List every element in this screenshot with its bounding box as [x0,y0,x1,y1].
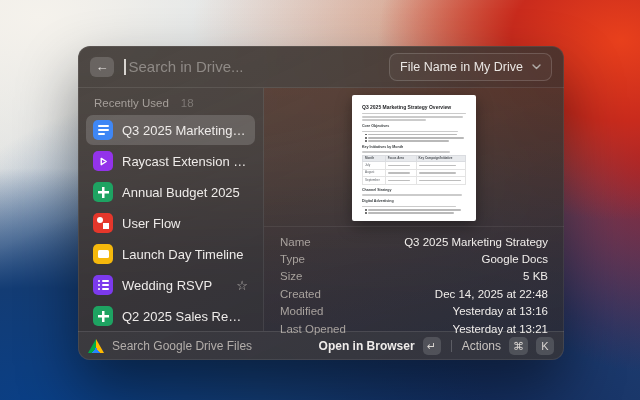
metadata-label: Type [280,253,305,265]
metadata-row: Type Google Docs [280,250,548,267]
footer-actions: Open in Browser ↵ Actions ⌘ K [319,337,554,355]
back-arrow-icon: ← [96,59,109,74]
google-sheets-icon [93,182,113,202]
google-forms-icon [93,275,113,295]
google-drive-icon [88,339,104,353]
metadata-value: 5 KB [523,270,548,282]
metadata-value: Yesterday at 13:16 [453,305,548,317]
document-thumbnail-area: Q3 2025 Marketing Strategy Overview Core… [264,88,564,226]
metadata-row: Name Q3 2025 Marketing Strategy [280,233,548,250]
preview-pane: Q3 2025 Marketing Strategy Overview Core… [264,88,564,331]
favorite-star-icon: ☆ [236,278,248,293]
metadata-label: Name [280,236,311,248]
metadata-row: Modified Yesterday at 13:16 [280,303,548,320]
list-item[interactable]: Q3 2025 Marketing Strategy [86,115,255,145]
raycast-window: ← File Name in My Drive Recently Used18 … [78,46,564,360]
back-button[interactable]: ← [90,57,114,77]
google-drawings-icon [93,213,113,233]
search-header: ← File Name in My Drive [78,46,564,88]
chevron-down-icon [532,64,541,70]
search-field-wrap [124,58,379,75]
text-cursor [124,59,126,75]
list-item[interactable]: User Flow [86,208,255,238]
metadata-panel: Name Q3 2025 Marketing Strategy Type Goo… [264,226,564,341]
scope-dropdown[interactable]: File Name in My Drive [389,53,552,81]
extension-name: Search Google Drive Files [112,339,252,353]
raycast-play-icon [93,151,113,171]
list-item[interactable]: Wedding RSVP ☆ [86,270,255,300]
open-in-browser-action[interactable]: Open in Browser [319,339,415,353]
window-body: Recently Used18 Q3 2025 Marketing Strate… [78,88,564,331]
metadata-label: Created [280,288,321,300]
command-key-icon: ⌘ [509,337,528,355]
metadata-label: Size [280,270,302,282]
metadata-value: Q3 2025 Marketing Strategy [404,236,548,248]
section-count: 18 [181,97,194,109]
results-list: Recently Used18 Q3 2025 Marketing Strate… [78,88,264,331]
list-item[interactable]: Raycast Extension Demo [86,146,255,176]
metadata-label: Modified [280,305,323,317]
list-item-label: Q2 2025 Sales Report [122,309,248,324]
doc-section-heading: Channel Strategy [362,188,466,193]
section-header: Recently Used18 [86,94,255,115]
list-item-label: Wedding RSVP [122,278,212,293]
document-thumbnail: Q3 2025 Marketing Strategy Overview Core… [352,95,476,221]
metadata-value: Dec 14, 2025 at 22:48 [435,288,548,300]
list-item[interactable]: Annual Budget 2025 [86,177,255,207]
action-bar: Search Google Drive Files Open in Browse… [78,331,564,360]
list-item-label: User Flow [122,216,181,231]
google-sheets-icon [93,306,113,326]
doc-section-heading: Key Initiatives by Month [362,145,466,150]
search-input[interactable] [129,58,380,75]
metadata-row: Created Dec 14, 2025 at 22:48 [280,285,548,302]
google-docs-icon [93,120,113,140]
list-item-label: Annual Budget 2025 [122,185,240,200]
scope-dropdown-value: File Name in My Drive [400,60,523,74]
google-slides-icon [93,244,113,264]
doc-table: Month Focus Area Key Campaign/Initiative… [362,155,466,185]
k-key-icon: K [536,337,554,355]
list-item[interactable]: Launch Day Timeline [86,239,255,269]
enter-key-icon: ↵ [423,337,441,355]
section-title: Recently Used [94,97,169,109]
doc-title: Q3 2025 Marketing Strategy Overview [362,104,466,111]
doc-section-heading: Digital Advertising [362,199,466,204]
metadata-value: Google Docs [482,253,548,265]
metadata-row: Size 5 KB [280,268,548,285]
footer-divider [451,340,452,352]
list-item-label: Raycast Extension Demo [122,154,248,169]
list-item-label: Q3 2025 Marketing Strategy [122,123,248,138]
list-item[interactable]: Q2 2025 Sales Report [86,301,255,331]
doc-section-heading: Core Objectives [362,124,466,129]
list-item-label: Launch Day Timeline [122,247,243,262]
actions-menu-button[interactable]: Actions [462,339,501,353]
